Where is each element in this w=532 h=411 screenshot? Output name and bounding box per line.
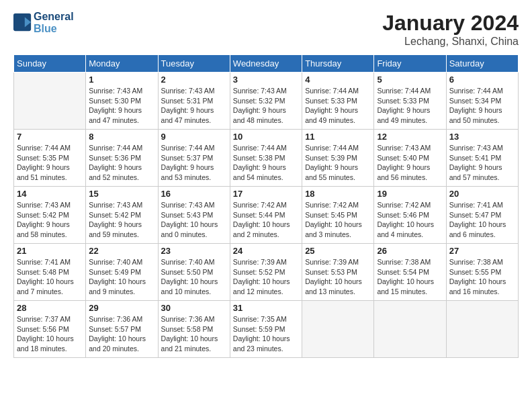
day-number: 11 xyxy=(305,132,371,142)
day-header-monday: Monday xyxy=(86,55,158,73)
calendar-cell: 30Sunrise: 7:36 AMSunset: 5:58 PMDayligh… xyxy=(158,301,230,358)
calendar-cell: 14Sunrise: 7:43 AMSunset: 5:42 PMDayligh… xyxy=(14,187,86,244)
day-number: 19 xyxy=(377,189,443,199)
day-info: Sunrise: 7:42 AMSunset: 5:44 PMDaylight:… xyxy=(233,200,299,240)
day-number: 12 xyxy=(377,132,443,142)
calendar-cell: 26Sunrise: 7:38 AMSunset: 5:54 PMDayligh… xyxy=(374,244,446,301)
week-row-3: 14Sunrise: 7:43 AMSunset: 5:42 PMDayligh… xyxy=(14,187,519,244)
calendar-cell: 2Sunrise: 7:43 AMSunset: 5:31 PMDaylight… xyxy=(158,73,230,130)
day-number: 14 xyxy=(17,189,83,199)
header: General Blue January 2024 Lechang, Shanx… xyxy=(13,11,519,48)
day-number: 5 xyxy=(377,75,443,85)
logo-general: General xyxy=(34,11,74,23)
day-info: Sunrise: 7:44 AMSunset: 5:33 PMDaylight:… xyxy=(305,86,371,126)
calendar-cell: 24Sunrise: 7:39 AMSunset: 5:52 PMDayligh… xyxy=(230,244,302,301)
calendar-title: January 2024 xyxy=(382,11,519,36)
day-number: 8 xyxy=(89,132,154,142)
calendar-cell: 15Sunrise: 7:43 AMSunset: 5:42 PMDayligh… xyxy=(86,187,158,244)
calendar-cell: 21Sunrise: 7:41 AMSunset: 5:48 PMDayligh… xyxy=(14,244,86,301)
calendar-cell: 27Sunrise: 7:38 AMSunset: 5:55 PMDayligh… xyxy=(446,244,518,301)
day-info: Sunrise: 7:43 AMSunset: 5:30 PMDaylight:… xyxy=(89,86,154,126)
calendar-cell: 16Sunrise: 7:43 AMSunset: 5:43 PMDayligh… xyxy=(158,187,230,244)
day-number: 9 xyxy=(161,132,227,142)
day-info: Sunrise: 7:40 AMSunset: 5:49 PMDaylight:… xyxy=(89,257,154,297)
day-header-wednesday: Wednesday xyxy=(230,55,302,73)
calendar-cell: 29Sunrise: 7:36 AMSunset: 5:57 PMDayligh… xyxy=(86,301,158,358)
day-number: 23 xyxy=(161,246,227,256)
day-info: Sunrise: 7:43 AMSunset: 5:32 PMDaylight:… xyxy=(233,86,299,126)
day-info: Sunrise: 7:43 AMSunset: 5:43 PMDaylight:… xyxy=(161,200,227,240)
day-number: 15 xyxy=(89,189,154,199)
day-number: 20 xyxy=(449,189,515,199)
week-row-5: 28Sunrise: 7:37 AMSunset: 5:56 PMDayligh… xyxy=(14,301,519,358)
day-info: Sunrise: 7:43 AMSunset: 5:42 PMDaylight:… xyxy=(17,200,83,240)
calendar-cell: 19Sunrise: 7:42 AMSunset: 5:46 PMDayligh… xyxy=(374,187,446,244)
header-row: SundayMondayTuesdayWednesdayThursdayFrid… xyxy=(14,55,519,73)
calendar-cell: 31Sunrise: 7:35 AMSunset: 5:59 PMDayligh… xyxy=(230,301,302,358)
calendar-cell xyxy=(446,301,518,358)
day-number: 10 xyxy=(233,132,299,142)
day-number: 16 xyxy=(161,189,227,199)
day-number: 18 xyxy=(305,189,371,199)
day-info: Sunrise: 7:43 AMSunset: 5:40 PMDaylight:… xyxy=(377,143,443,183)
calendar-cell xyxy=(14,73,86,130)
calendar-cell xyxy=(302,301,374,358)
day-number: 28 xyxy=(17,303,83,313)
day-info: Sunrise: 7:44 AMSunset: 5:33 PMDaylight:… xyxy=(377,86,443,126)
day-number: 27 xyxy=(449,246,515,256)
day-number: 3 xyxy=(233,75,299,85)
title-section: January 2024 Lechang, Shanxi, China xyxy=(382,11,519,48)
calendar-cell: 25Sunrise: 7:39 AMSunset: 5:53 PMDayligh… xyxy=(302,244,374,301)
day-number: 13 xyxy=(449,132,515,142)
day-info: Sunrise: 7:44 AMSunset: 5:39 PMDaylight:… xyxy=(305,143,371,183)
calendar-cell: 22Sunrise: 7:40 AMSunset: 5:49 PMDayligh… xyxy=(86,244,158,301)
day-info: Sunrise: 7:44 AMSunset: 5:37 PMDaylight:… xyxy=(161,143,227,183)
day-info: Sunrise: 7:41 AMSunset: 5:47 PMDaylight:… xyxy=(449,200,515,240)
day-info: Sunrise: 7:44 AMSunset: 5:38 PMDaylight:… xyxy=(233,143,299,183)
calendar-cell: 18Sunrise: 7:42 AMSunset: 5:45 PMDayligh… xyxy=(302,187,374,244)
week-row-2: 7Sunrise: 7:44 AMSunset: 5:35 PMDaylight… xyxy=(14,130,519,187)
day-number: 22 xyxy=(89,246,154,256)
calendar-cell: 10Sunrise: 7:44 AMSunset: 5:38 PMDayligh… xyxy=(230,130,302,187)
day-number: 26 xyxy=(377,246,443,256)
day-info: Sunrise: 7:43 AMSunset: 5:41 PMDaylight:… xyxy=(449,143,515,183)
calendar-cell: 12Sunrise: 7:43 AMSunset: 5:40 PMDayligh… xyxy=(374,130,446,187)
day-info: Sunrise: 7:43 AMSunset: 5:42 PMDaylight:… xyxy=(89,200,154,240)
calendar-cell: 9Sunrise: 7:44 AMSunset: 5:37 PMDaylight… xyxy=(158,130,230,187)
day-info: Sunrise: 7:40 AMSunset: 5:50 PMDaylight:… xyxy=(161,257,227,297)
day-header-thursday: Thursday xyxy=(302,55,374,73)
day-header-friday: Friday xyxy=(374,55,446,73)
day-info: Sunrise: 7:41 AMSunset: 5:48 PMDaylight:… xyxy=(17,257,83,297)
calendar-cell: 11Sunrise: 7:44 AMSunset: 5:39 PMDayligh… xyxy=(302,130,374,187)
day-number: 21 xyxy=(17,246,83,256)
day-number: 24 xyxy=(233,246,299,256)
day-info: Sunrise: 7:44 AMSunset: 5:35 PMDaylight:… xyxy=(17,143,83,183)
day-number: 6 xyxy=(449,75,515,85)
day-info: Sunrise: 7:42 AMSunset: 5:46 PMDaylight:… xyxy=(377,200,443,240)
day-number: 1 xyxy=(89,75,154,85)
day-info: Sunrise: 7:38 AMSunset: 5:54 PMDaylight:… xyxy=(377,257,443,297)
day-info: Sunrise: 7:39 AMSunset: 5:53 PMDaylight:… xyxy=(305,257,371,297)
logo: General Blue xyxy=(13,11,74,35)
week-row-4: 21Sunrise: 7:41 AMSunset: 5:48 PMDayligh… xyxy=(14,244,519,301)
calendar-cell: 4Sunrise: 7:44 AMSunset: 5:33 PMDaylight… xyxy=(302,73,374,130)
calendar-cell: 23Sunrise: 7:40 AMSunset: 5:50 PMDayligh… xyxy=(158,244,230,301)
calendar-cell: 13Sunrise: 7:43 AMSunset: 5:41 PMDayligh… xyxy=(446,130,518,187)
day-info: Sunrise: 7:44 AMSunset: 5:36 PMDaylight:… xyxy=(89,143,154,183)
day-header-sunday: Sunday xyxy=(14,55,86,73)
calendar-cell: 1Sunrise: 7:43 AMSunset: 5:30 PMDaylight… xyxy=(86,73,158,130)
day-header-tuesday: Tuesday xyxy=(158,55,230,73)
day-info: Sunrise: 7:43 AMSunset: 5:31 PMDaylight:… xyxy=(161,86,227,126)
day-number: 7 xyxy=(17,132,83,142)
calendar-table: SundayMondayTuesdayWednesdayThursdayFrid… xyxy=(13,54,519,358)
day-info: Sunrise: 7:35 AMSunset: 5:59 PMDaylight:… xyxy=(233,314,299,354)
calendar-cell: 6Sunrise: 7:44 AMSunset: 5:34 PMDaylight… xyxy=(446,73,518,130)
calendar-cell: 20Sunrise: 7:41 AMSunset: 5:47 PMDayligh… xyxy=(446,187,518,244)
day-number: 4 xyxy=(305,75,371,85)
day-info: Sunrise: 7:39 AMSunset: 5:52 PMDaylight:… xyxy=(233,257,299,297)
day-info: Sunrise: 7:44 AMSunset: 5:34 PMDaylight:… xyxy=(449,86,515,126)
day-info: Sunrise: 7:36 AMSunset: 5:57 PMDaylight:… xyxy=(89,314,154,354)
calendar-subtitle: Lechang, Shanxi, China xyxy=(382,36,519,48)
day-info: Sunrise: 7:42 AMSunset: 5:45 PMDaylight:… xyxy=(305,200,371,240)
calendar-cell: 3Sunrise: 7:43 AMSunset: 5:32 PMDaylight… xyxy=(230,73,302,130)
